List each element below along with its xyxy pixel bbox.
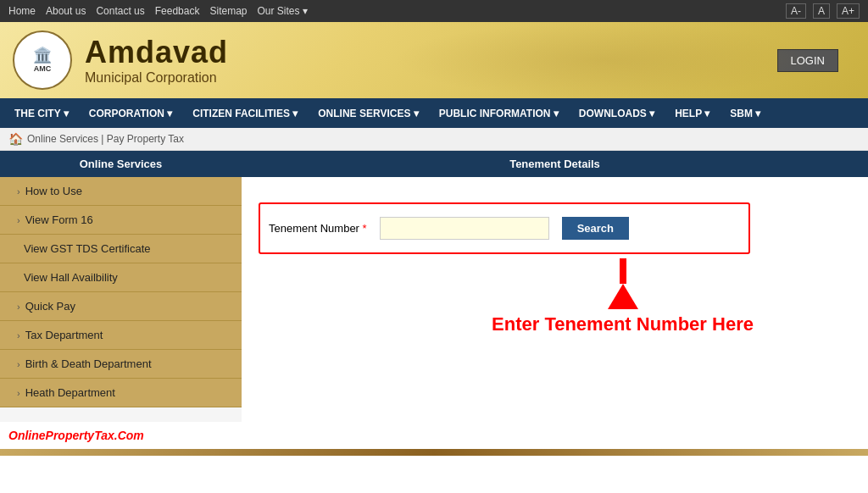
arrow-icon: › bbox=[17, 359, 20, 369]
arrow-icon: › bbox=[17, 302, 20, 312]
sidebar-label-quick-pay: Quick Pay bbox=[25, 300, 75, 313]
breadcrumb: 🏠 Online Services | Pay Property Tax bbox=[0, 128, 868, 151]
font-decrease[interactable]: A- bbox=[786, 3, 806, 19]
sidebar-item-heath-dept[interactable]: › Heath Department bbox=[0, 379, 242, 407]
sidebar-label-gst-tds: View GST TDS Certificate bbox=[24, 242, 151, 255]
arrow-icon: › bbox=[17, 388, 20, 398]
search-button[interactable]: Search bbox=[562, 217, 629, 240]
arrow-icon: › bbox=[17, 215, 20, 225]
sidebar-label-view-form16: View Form 16 bbox=[25, 213, 93, 226]
sidebar-header: Online Services bbox=[0, 151, 242, 177]
sidebar-label-tax-dept: Tax Department bbox=[25, 329, 103, 341]
org-name: Amdavad bbox=[85, 35, 228, 70]
main-content: Online Services › How to Use › View Form… bbox=[0, 151, 868, 422]
nav-feedback[interactable]: Feedback bbox=[155, 5, 200, 17]
nav-the-city[interactable]: THE CITY ▾ bbox=[4, 101, 79, 126]
amc-logo: 🏛️ AMC bbox=[13, 30, 72, 90]
nav-sbm[interactable]: SBM ▾ bbox=[720, 101, 771, 126]
header-banner: 🏛️ AMC Amdavad Municipal Corporation LOG… bbox=[0, 22, 868, 98]
nav-help[interactable]: HELP ▾ bbox=[665, 101, 720, 126]
breadcrumb-path: Online Services | Pay Property Tax bbox=[27, 133, 184, 145]
sidebar-item-birth-death[interactable]: › Birth & Death Department bbox=[0, 350, 242, 379]
sidebar-label-how-to-use: How to Use bbox=[25, 185, 82, 197]
tenement-form: Tenement Number * Search bbox=[259, 202, 750, 254]
sidebar: Online Services › How to Use › View Form… bbox=[0, 151, 242, 422]
sidebar-item-view-form16[interactable]: › View Form 16 bbox=[0, 206, 242, 235]
content-header: Tenement Details bbox=[242, 151, 868, 177]
annotation-text: Enter Tenement Number Here bbox=[492, 313, 754, 335]
annotation-area: Enter Tenement Number Here bbox=[394, 258, 851, 335]
nav-public-information[interactable]: PUBLIC INFORMATION ▾ bbox=[429, 101, 569, 126]
sidebar-item-tax-dept[interactable]: › Tax Department bbox=[0, 321, 242, 350]
home-icon[interactable]: 🏠 bbox=[8, 132, 23, 146]
nav-home[interactable]: Home bbox=[8, 5, 36, 17]
form-label-text: Tenement Number bbox=[269, 222, 359, 235]
arrow-icon: › bbox=[17, 330, 20, 341]
watermark-text: OnlinePropertyTax.Com bbox=[8, 429, 144, 442]
top-nav-links: Home About us Contact us Feedback Sitema… bbox=[8, 5, 308, 17]
sidebar-label-hall-avail: View Hall Availbility bbox=[24, 271, 118, 284]
main-navigation: THE CITY ▾ CORPORATION ▾ CITIZEN FACILIT… bbox=[0, 98, 868, 128]
footer-watermark: OnlinePropertyTax.Com bbox=[0, 422, 868, 449]
tenement-number-label: Tenement Number * bbox=[269, 222, 367, 235]
org-subtitle: Municipal Corporation bbox=[85, 70, 228, 86]
login-button[interactable]: LOGIN bbox=[777, 49, 838, 72]
nav-corporation[interactable]: CORPORATION ▾ bbox=[79, 101, 182, 126]
header-right: LOGIN bbox=[777, 49, 838, 72]
header-title: Amdavad Municipal Corporation bbox=[85, 35, 228, 86]
sidebar-item-hall-avail[interactable]: View Hall Availbility bbox=[0, 263, 242, 292]
font-size-controls: A- A A+ bbox=[786, 3, 860, 19]
nav-sitemap[interactable]: Sitemap bbox=[209, 5, 247, 17]
header-left: 🏛️ AMC Amdavad Municipal Corporation bbox=[13, 30, 228, 90]
sidebar-item-gst-tds[interactable]: View GST TDS Certificate bbox=[0, 235, 242, 263]
logo-text: AMC bbox=[33, 64, 52, 74]
sidebar-label-heath-dept: Heath Department bbox=[25, 386, 115, 399]
tenement-number-input[interactable] bbox=[380, 217, 549, 240]
font-increase[interactable]: A+ bbox=[837, 3, 860, 19]
font-normal[interactable]: A bbox=[813, 3, 830, 19]
nav-contact[interactable]: Contact us bbox=[96, 5, 144, 17]
arrow-icon: › bbox=[17, 186, 20, 197]
sidebar-item-quick-pay[interactable]: › Quick Pay bbox=[0, 292, 242, 321]
up-arrow-icon bbox=[608, 284, 638, 309]
nav-citizen-facilities[interactable]: CITIZEN FACILITIES ▾ bbox=[182, 101, 308, 126]
content-body: Tenement Number * Search Enter Tenement … bbox=[242, 177, 868, 352]
bottom-stripe bbox=[0, 449, 868, 456]
nav-online-services[interactable]: ONLINE SERVICES ▾ bbox=[308, 101, 428, 126]
top-navigation: Home About us Contact us Feedback Sitema… bbox=[0, 0, 868, 22]
required-indicator: * bbox=[363, 222, 367, 235]
nav-our-sites[interactable]: Our Sites ▾ bbox=[258, 5, 308, 17]
nav-about[interactable]: About us bbox=[46, 5, 86, 17]
nav-downloads[interactable]: DOWNLOADS ▾ bbox=[569, 101, 665, 126]
arrow-stem bbox=[620, 258, 626, 284]
sidebar-label-birth-death: Birth & Death Department bbox=[25, 357, 152, 370]
sidebar-item-how-to-use[interactable]: › How to Use bbox=[0, 177, 242, 206]
content-area: Tenement Details Tenement Number * Searc… bbox=[242, 151, 868, 422]
